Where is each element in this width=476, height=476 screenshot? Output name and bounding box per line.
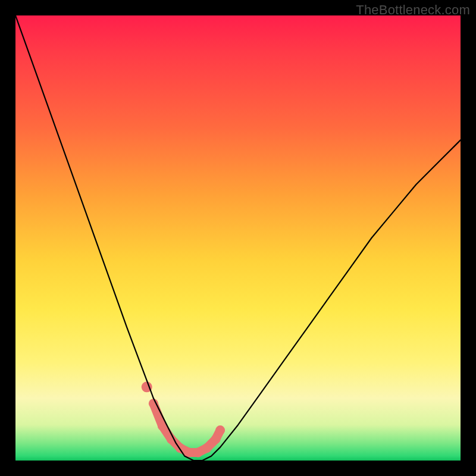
chart-frame: TheBottleneck.com [0,0,476,476]
trough-dot [215,425,225,435]
trough-dot [193,448,203,458]
watermark-text: TheBottleneck.com [356,2,470,18]
chart-svg [15,15,461,461]
plot-area [15,15,461,461]
bottleneck-curve [15,15,461,461]
trough-dot [211,434,221,444]
trough-dot [202,443,212,453]
trough-dot [184,448,194,458]
